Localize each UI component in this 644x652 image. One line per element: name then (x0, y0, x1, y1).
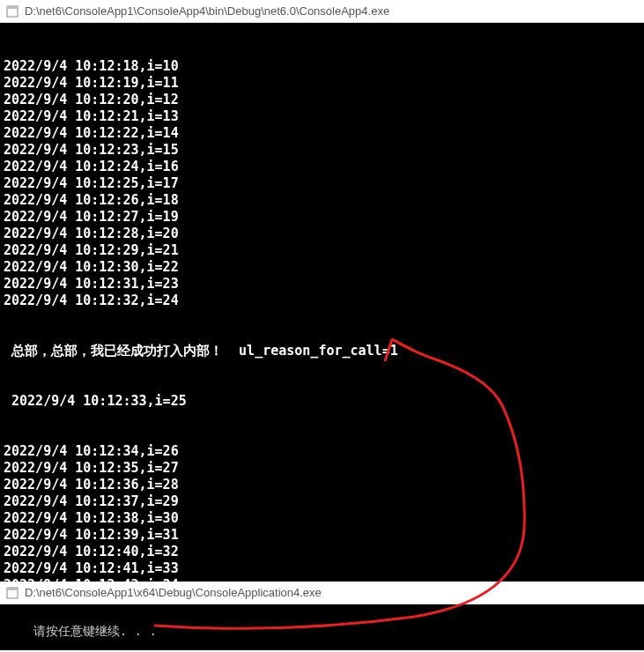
log-line: 2022/9/4 10:12:22,i=14 (4, 125, 640, 142)
titlebar-1[interactable]: D:\net6\ConsoleApp1\ConsoleApp4\bin\Debu… (0, 0, 644, 23)
log-line: 2022/9/4 10:12:35,i=27 (4, 460, 640, 477)
log-line: 2022/9/4 10:12:40,i=32 (4, 544, 640, 560)
console-window-2: D:\net6\ConsoleApp1\x64\Debug\ConsoleApp… (0, 582, 644, 650)
log-line: 2022/9/4 10:12:31,i=23 (4, 276, 640, 293)
console-window-1: D:\net6\ConsoleApp1\ConsoleApp4\bin\Debu… (0, 0, 644, 582)
console-output-2[interactable]: 请按任意键继续. . . (0, 604, 644, 650)
log-line: 2022/9/4 10:12:38,i=30 (4, 510, 640, 527)
log-line: 2022/9/4 10:12:36,i=28 (4, 477, 640, 493)
app-icon (5, 586, 19, 600)
log-line: 2022/9/4 10:12:41,i=33 (4, 560, 640, 577)
titlebar-text-1: D:\net6\ConsoleApp1\ConsoleApp4\bin\Debu… (25, 4, 389, 18)
log-line: 2022/9/4 10:12:30,i=22 (4, 259, 640, 276)
log-line: 2022/9/4 10:12:37,i=29 (4, 493, 640, 510)
log-line: 2022/9/4 10:12:28,i=20 (4, 226, 640, 242)
log-line: 2022/9/4 10:12:34,i=26 (4, 443, 640, 460)
log-line: 2022/9/4 10:12:27,i=19 (4, 209, 640, 226)
titlebar-2[interactable]: D:\net6\ConsoleApp1\x64\Debug\ConsoleApp… (0, 582, 644, 604)
log-line: 2022/9/4 10:12:23,i=15 (4, 142, 640, 159)
svg-rect-1 (7, 6, 18, 9)
svg-rect-3 (7, 588, 18, 590)
log-line: 2022/9/4 10:12:20,i=12 (4, 92, 640, 108)
app-icon (5, 4, 19, 19)
log-line: 2022/9/4 10:12:24,i=16 (4, 159, 640, 175)
log-line: 2022/9/4 10:12:32,i=24 (4, 293, 640, 309)
press-any-key-prompt: 请按任意键继续. . . (33, 624, 157, 638)
log-line: 2022/9/4 10:12:19,i=11 (4, 75, 640, 92)
log-line: 2022/9/4 10:12:39,i=31 (4, 527, 640, 544)
injection-followup: 2022/9/4 10:12:33,i=25 (4, 393, 640, 410)
console-output-1[interactable]: 2022/9/4 10:12:18,i=102022/9/4 10:12:19,… (0, 23, 644, 582)
log-line: 2022/9/4 10:12:18,i=10 (4, 58, 640, 75)
titlebar-text-2: D:\net6\ConsoleApp1\x64\Debug\ConsoleApp… (25, 586, 322, 599)
log-line: 2022/9/4 10:12:25,i=17 (4, 175, 640, 192)
log-line: 2022/9/4 10:12:26,i=18 (4, 192, 640, 209)
log-line: 2022/9/4 10:12:21,i=13 (4, 108, 640, 125)
injection-message: 总部，总部，我已经成功打入内部！ ul_reason_for_call=1 (4, 343, 640, 359)
log-line: 2022/9/4 10:12:29,i=21 (4, 242, 640, 259)
